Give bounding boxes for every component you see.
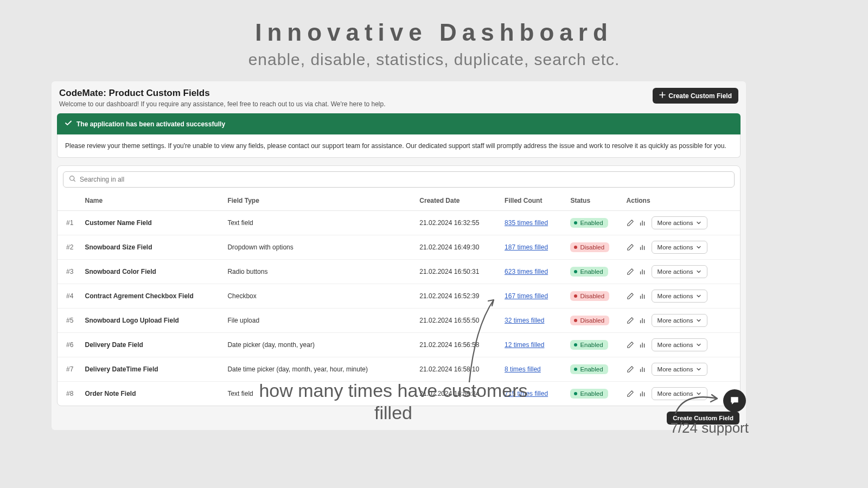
- chevron-down-icon: [696, 269, 701, 274]
- filled-count-link[interactable]: 187 times filled: [505, 243, 548, 251]
- row-date: 21.02.2024 16:55:50: [415, 309, 500, 333]
- row-date: 21.02.2024 16:58:10: [415, 357, 500, 382]
- stats-icon[interactable]: [639, 219, 647, 227]
- more-actions-button[interactable]: More actions: [652, 363, 708, 376]
- status-dot-icon: [574, 221, 577, 224]
- chevron-down-icon: [696, 367, 701, 372]
- marketing-title: Innovative Dashboard: [0, 19, 868, 46]
- row-name: Order Note Field: [80, 382, 223, 406]
- table-row: #2Snowboard Size FieldDropdown with opti…: [58, 235, 740, 260]
- row-index: #2: [58, 235, 80, 260]
- edit-icon[interactable]: [627, 268, 635, 276]
- alert-success-banner: The application has been activated succe…: [57, 113, 741, 134]
- alert-success-text: The application has been activated succe…: [76, 120, 225, 128]
- table-row: #3Snowboard Color FieldRadio buttons21.0…: [58, 260, 740, 284]
- check-icon: [65, 119, 72, 129]
- chevron-down-icon: [696, 342, 701, 348]
- row-type: Text field: [223, 211, 415, 235]
- row-name: Customer Name Field: [80, 211, 223, 235]
- create-custom-field-button[interactable]: Create Custom Field: [653, 88, 738, 104]
- filled-count-link[interactable]: 835 times filled: [505, 219, 548, 227]
- row-date: 21.02.2024 16:56:58: [415, 333, 500, 357]
- row-date: 21.02.2024 16:32:55: [415, 211, 500, 235]
- chevron-down-icon: [696, 391, 701, 396]
- welcome-text: Welcome to our dashboard! If you require…: [59, 100, 386, 108]
- row-type: File upload: [223, 309, 415, 333]
- status-badge: Disabled: [570, 291, 609, 301]
- row-index: #7: [58, 357, 80, 382]
- search-input[interactable]: [80, 176, 729, 183]
- stats-icon[interactable]: [639, 292, 647, 300]
- status-badge: Enabled: [570, 340, 608, 350]
- annotation-support-text: 7/24 support: [670, 420, 749, 436]
- table-row: #4Contract Agrement Checkbox FieldCheckb…: [58, 284, 740, 309]
- fields-table: Name Field Type Created Date Filled Coun…: [58, 191, 740, 406]
- status-badge: Disabled: [570, 316, 609, 325]
- status-dot-icon: [574, 343, 577, 346]
- stats-icon[interactable]: [639, 365, 647, 374]
- search-input-wrapper[interactable]: [63, 171, 735, 188]
- alert-body: Please review your theme settings. If yo…: [57, 134, 741, 158]
- chevron-down-icon: [696, 318, 701, 323]
- marketing-subtitle: enable, disable, statistics, duplicate, …: [0, 50, 868, 69]
- table-row: #6Delivery Date FieldDate picker (day, m…: [58, 333, 740, 357]
- row-date: 21.02.2024 16:52:39: [415, 284, 500, 309]
- stats-icon[interactable]: [639, 390, 647, 398]
- edit-icon[interactable]: [627, 292, 635, 300]
- row-date: 21.02.2024 16:49:30: [415, 235, 500, 260]
- more-actions-button[interactable]: More actions: [652, 265, 708, 278]
- stats-icon[interactable]: [639, 243, 647, 252]
- chevron-down-icon: [696, 245, 701, 250]
- col-status: Status: [566, 191, 622, 211]
- status-dot-icon: [574, 246, 577, 249]
- row-index: #1: [58, 211, 80, 235]
- row-name: Snowboard Color Field: [80, 260, 223, 284]
- more-actions-button[interactable]: More actions: [652, 241, 708, 254]
- stats-icon[interactable]: [639, 317, 647, 325]
- page-title: CodeMate: Product Custom Fields: [59, 88, 386, 99]
- row-type: Date time picker (day, month, year, hour…: [223, 357, 415, 382]
- row-index: #3: [58, 260, 80, 284]
- more-actions-button[interactable]: More actions: [652, 338, 708, 351]
- filled-count-link[interactable]: 12 times filled: [505, 341, 544, 349]
- filled-count-link[interactable]: 32 times filled: [505, 317, 544, 324]
- filled-count-link[interactable]: 167 times filled: [505, 292, 548, 300]
- table-row: #1Customer Name FieldText field21.02.202…: [58, 211, 740, 235]
- marketing-header: Innovative Dashboard enable, disable, st…: [0, 0, 868, 69]
- header-row: CodeMate: Product Custom Fields Welcome …: [57, 88, 741, 113]
- filled-count-link[interactable]: 8 times filled: [505, 365, 541, 373]
- row-index: #6: [58, 333, 80, 357]
- status-dot-icon: [574, 319, 577, 322]
- row-name: Delivery DateTime Field: [80, 357, 223, 382]
- row-date: 21.02.2024 16:50:31: [415, 260, 500, 284]
- more-actions-button[interactable]: More actions: [652, 387, 708, 400]
- edit-icon[interactable]: [627, 390, 635, 398]
- plus-icon: [659, 92, 666, 100]
- row-name: Contract Agrement Checkbox Field: [80, 284, 223, 309]
- edit-icon[interactable]: [627, 317, 635, 325]
- chat-button[interactable]: [723, 389, 746, 412]
- annotation-filled-text: how many times have customers filled: [252, 380, 534, 424]
- col-type: Field Type: [223, 191, 415, 211]
- app-frame: CodeMate: Product Custom Fields Welcome …: [52, 81, 746, 430]
- status-dot-icon: [574, 368, 577, 371]
- row-name: Snowboard Logo Upload Field: [80, 309, 223, 333]
- row-name: Delivery Date Field: [80, 333, 223, 357]
- edit-icon[interactable]: [627, 219, 635, 227]
- row-index: #4: [58, 284, 80, 309]
- col-date: Created Date: [415, 191, 500, 211]
- create-button-label: Create Custom Field: [668, 92, 732, 100]
- table-row: #5Snowboard Logo Upload FieldFile upload…: [58, 309, 740, 333]
- status-badge: Enabled: [570, 267, 608, 277]
- edit-icon[interactable]: [627, 243, 635, 252]
- more-actions-button[interactable]: More actions: [652, 314, 708, 327]
- status-badge: Disabled: [570, 242, 609, 252]
- filled-count-link[interactable]: 623 times filled: [505, 268, 548, 275]
- col-filled: Filled Count: [500, 191, 566, 211]
- edit-icon[interactable]: [627, 365, 635, 374]
- more-actions-button[interactable]: More actions: [652, 216, 708, 229]
- stats-icon[interactable]: [639, 341, 647, 349]
- edit-icon[interactable]: [627, 341, 635, 349]
- stats-icon[interactable]: [639, 268, 647, 276]
- more-actions-button[interactable]: More actions: [652, 290, 708, 303]
